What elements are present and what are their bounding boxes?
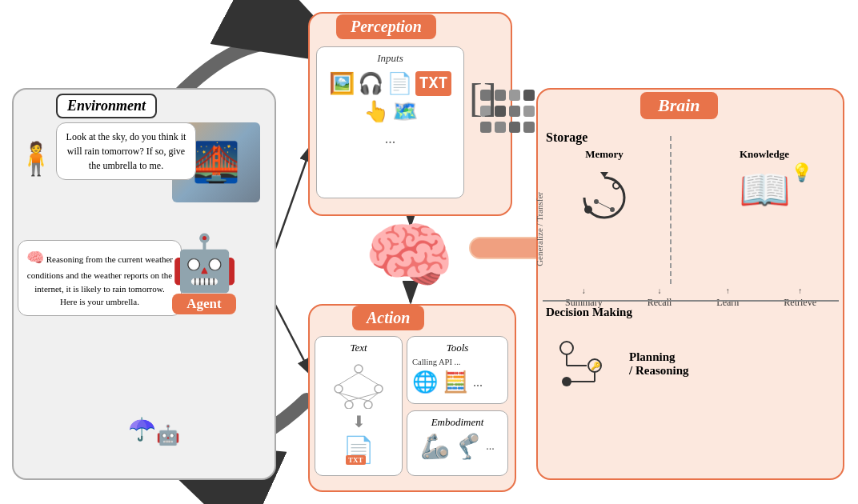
robot-arm-icon: 🦾	[420, 432, 450, 460]
brain-center-icon: 🧠	[364, 220, 454, 292]
network-graph-icon	[327, 361, 391, 409]
brain-divider	[670, 136, 672, 284]
agent-speech-text: Reasoning from the current weather condi…	[27, 254, 173, 306]
planning-label: Planning	[629, 350, 689, 364]
user-speech-text: Look at the sky, do you think it will ra…	[66, 131, 186, 171]
robot-small-icon: 🤖	[156, 424, 180, 446]
umbrella-icon: ☂️	[128, 416, 156, 442]
agent-label: Agent	[172, 294, 235, 314]
text-down-arrow: ⬇	[320, 412, 397, 431]
learn-action: ↑ Learn	[716, 286, 739, 309]
inputs-icons: 🖼️ 🎧 📄 TXT 👆 🗺️	[322, 68, 459, 127]
learn-label: Learn	[716, 297, 739, 308]
tools-content: Calling API ... 🌐 🧮 ...	[412, 358, 503, 394]
environment-title: Environment	[56, 94, 157, 118]
svg-point-18	[355, 365, 363, 373]
tools-action-box: Tools Calling API ... 🌐 🧮 ...	[407, 336, 508, 404]
knowledge-box: Knowledge 📖 💡	[704, 148, 824, 206]
retrieve-action: ↑ Retrieve	[784, 286, 816, 309]
text-action-title: Text	[320, 342, 397, 354]
memory-refresh-svg	[572, 166, 636, 230]
reasoning-label: / Reasoning	[629, 364, 689, 378]
retrieve-up-arrow: ↑	[784, 286, 816, 295]
txt-icon: TXT	[415, 71, 451, 96]
svg-point-20	[375, 385, 383, 393]
planning-text: Planning / Reasoning	[629, 350, 689, 378]
planning-area: 🔑 Planning / Reasoning	[543, 324, 839, 404]
encoder-row-3	[480, 122, 535, 133]
txt-document-icon: 📄 TXT	[343, 434, 375, 465]
image-icon: 🖼️	[329, 71, 355, 96]
agent-robot-icon: 🤖	[156, 236, 252, 290]
svg-point-22	[364, 401, 372, 409]
recall-action: ↓ Recall	[648, 286, 672, 309]
lightbulb-icon: 💡	[791, 162, 812, 183]
embodiment-icons: 🦾 🦿 ...	[412, 432, 503, 460]
tools-sub-text: Calling API ...	[412, 358, 460, 366]
embodiment-box: Embodiment 🦾 🦿 ...	[407, 410, 508, 476]
retrieve-label: Retrieve	[784, 297, 816, 308]
brain-title: Brain	[640, 92, 718, 119]
knowledge-title: Knowledge	[704, 148, 824, 161]
svg-point-40	[562, 377, 571, 386]
inputs-box: Inputs 🖼️ 🎧 📄 TXT 👆 🗺️ ...	[316, 46, 464, 198]
touch-icon: 👆	[363, 99, 389, 124]
svg-line-23	[339, 373, 359, 385]
memory-icon-wrapper	[572, 166, 636, 233]
recall-down-arrow: ↓	[648, 286, 672, 295]
svg-point-34	[560, 342, 573, 354]
tools-title: Tools	[412, 342, 503, 354]
inputs-dots: ...	[322, 130, 459, 147]
summary-down-arrow: ↓	[565, 286, 603, 295]
svg-point-21	[345, 401, 353, 409]
memory-box: Memory	[552, 148, 656, 233]
brain-box	[536, 88, 844, 480]
agent-box: 🤖 Agent	[156, 236, 252, 314]
inputs-title: Inputs	[322, 52, 459, 65]
globe-icon: 🌐	[412, 370, 438, 394]
human-figure: 🧍	[16, 140, 56, 178]
embodiment-dots: ...	[486, 440, 495, 453]
svg-text:🔑: 🔑	[591, 361, 601, 371]
memory-title: Memory	[552, 148, 656, 161]
svg-point-19	[335, 385, 343, 393]
brain-horiz-divider	[543, 300, 839, 302]
svg-point-29	[584, 206, 592, 214]
storage-label: Storage	[546, 130, 587, 145]
embodiment-title: Embodiment	[412, 416, 503, 429]
planning-flowchart-icon: 🔑	[551, 332, 615, 396]
svg-line-33	[596, 202, 612, 210]
diagram-container: Environment 🌉 Look at the sky, do you th…	[0, 0, 858, 504]
tools-dots: ...	[473, 375, 483, 390]
calculator-icon: 🧮	[443, 370, 468, 394]
action-title: Action	[352, 306, 424, 330]
perception-title: Perception	[336, 14, 436, 39]
audio-icon: 🎧	[358, 71, 383, 96]
generalize-label: Generalize / Transfer	[535, 192, 544, 266]
svg-point-30	[613, 182, 619, 189]
encoder-box: [ ]	[469, 80, 483, 116]
tools-icons: 🌐 🧮 ...	[412, 370, 503, 394]
document-icon: 📄	[387, 71, 412, 96]
recall-label: Recall	[648, 297, 672, 308]
learn-up-arrow: ↑	[716, 286, 739, 295]
book-icon: 📖	[739, 167, 791, 213]
robot-arm2-icon: 🦿	[453, 432, 483, 460]
text-action-box: Text ⬇ 📄 TXT	[315, 336, 403, 476]
svg-line-24	[359, 373, 379, 385]
decision-label: Decision Making	[546, 306, 632, 319]
map-icon: 🗺️	[392, 99, 418, 124]
user-speech-bubble: Look at the sky, do you think it will ra…	[56, 122, 196, 180]
close-bracket: ]	[483, 80, 497, 116]
